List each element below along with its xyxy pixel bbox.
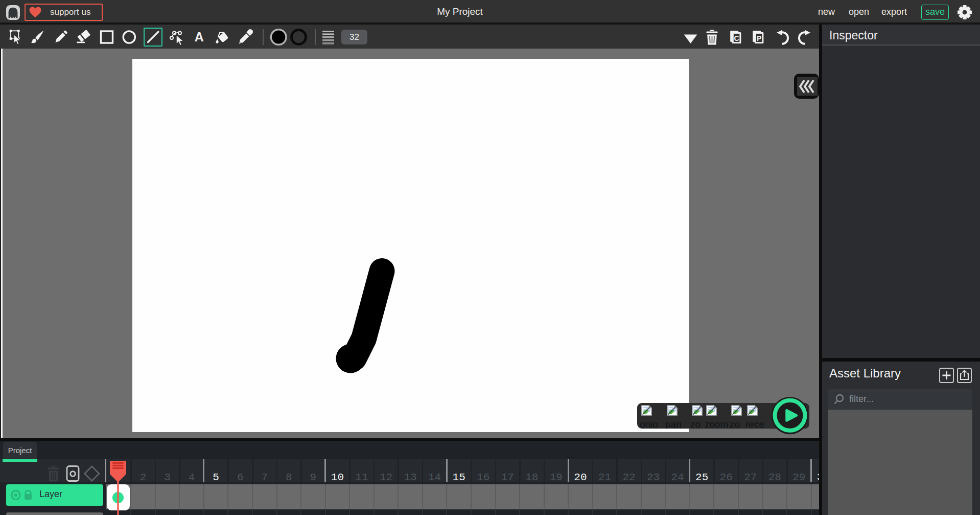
svg-text:P: P — [757, 34, 761, 42]
svg-text:C: C — [734, 34, 739, 42]
svg-text:A: A — [195, 30, 204, 44]
